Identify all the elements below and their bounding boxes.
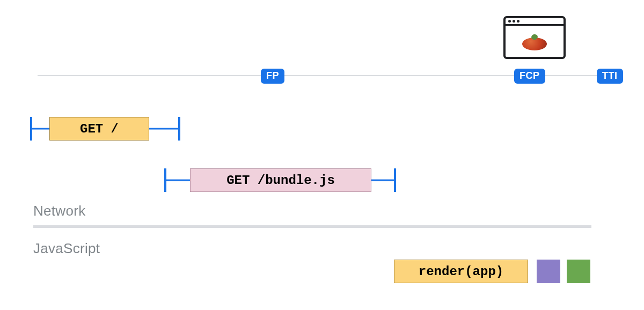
window-dot-icon (513, 20, 515, 23)
section-label-javascript: JavaScript (33, 240, 100, 257)
network-request-root: GET / (30, 117, 180, 141)
js-render-block: render(app) (394, 260, 528, 283)
js-render-label: render(app) (419, 264, 503, 279)
milestone-fcp: FCP (514, 69, 545, 84)
browser-chrome (506, 18, 564, 26)
tomato-image (522, 34, 547, 50)
window-dot-icon (517, 20, 519, 23)
js-green-block (567, 260, 590, 283)
network-divider (33, 225, 591, 228)
request-label-bundle: GET /bundle.js (226, 173, 335, 188)
request-label-root: GET / (80, 122, 119, 136)
section-label-network: Network (33, 203, 85, 219)
milestone-tti: TTI (597, 69, 623, 84)
window-dot-icon (508, 20, 511, 23)
milestone-fp: FP (261, 69, 284, 84)
browser-content (506, 27, 564, 57)
network-request-bundle: GET /bundle.js (164, 168, 396, 192)
js-purple-block (537, 260, 560, 283)
browser-window-icon (503, 16, 566, 59)
